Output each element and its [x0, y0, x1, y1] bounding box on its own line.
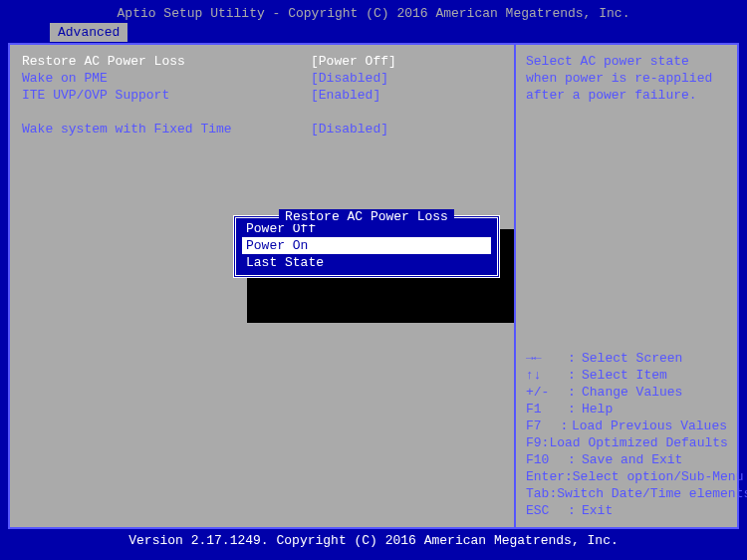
key-hint: F1:Help: [526, 401, 727, 418]
key-hint: ↑↓:Select Item: [526, 367, 727, 384]
tab-advanced[interactable]: Advanced: [50, 23, 127, 42]
key-hint: Tab:Switch Date/Time elements: [526, 485, 727, 502]
setting-row[interactable]: Wake on PME[Disabled]: [22, 70, 502, 87]
setting-row[interactable]: Restore AC Power Loss[Power Off]: [22, 53, 502, 70]
key-hint: →←:Select Screen: [526, 350, 727, 367]
setting-label: Restore AC Power Loss: [22, 53, 311, 70]
setting-value: [Disabled]: [311, 121, 388, 138]
popup-title: Restore AC Power Loss: [236, 209, 497, 224]
tab-row: Advanced: [0, 23, 747, 43]
popup-box[interactable]: Restore AC Power Loss Power OffPower OnL…: [233, 215, 500, 278]
key-hint: ESC:Exit: [526, 502, 727, 519]
key-hint: +/-:Change Values: [526, 384, 727, 401]
setting-value: [Power Off]: [311, 53, 396, 70]
key-hint: F10:Save and Exit: [526, 451, 727, 468]
title-bar: Aptio Setup Utility - Copyright (C) 2016…: [0, 0, 747, 23]
key-hint: F9:Load Optimized Defaults: [526, 434, 727, 451]
help-text: Select AC power state when power is re-a…: [526, 53, 727, 104]
popup: Restore AC Power Loss Power OffPower OnL…: [233, 215, 522, 278]
key-hint: Enter:Select option/Sub-Menu: [526, 468, 727, 485]
setting-value: [Enabled]: [311, 87, 380, 104]
keys-section: →←:Select Screen↑↓:Select Item+/-:Change…: [526, 350, 727, 519]
setting-row[interactable]: ITE UVP/OVP Support[Enabled]: [22, 87, 502, 104]
footer: Version 2.17.1249. Copyright (C) 2016 Am…: [0, 529, 747, 552]
popup-option[interactable]: Last State: [242, 254, 491, 271]
setting-value: [Disabled]: [311, 70, 388, 87]
setting-label: ITE UVP/OVP Support: [22, 87, 311, 104]
setting-label: Wake system with Fixed Time: [22, 121, 311, 138]
popup-option[interactable]: Power On: [242, 237, 491, 254]
setting-row[interactable]: Wake system with Fixed Time[Disabled]: [22, 121, 502, 138]
key-hint: F7:Load Previous Values: [526, 418, 727, 434]
setting-label: Wake on PME: [22, 70, 311, 87]
help-panel: Select AC power state when power is re-a…: [516, 45, 737, 527]
